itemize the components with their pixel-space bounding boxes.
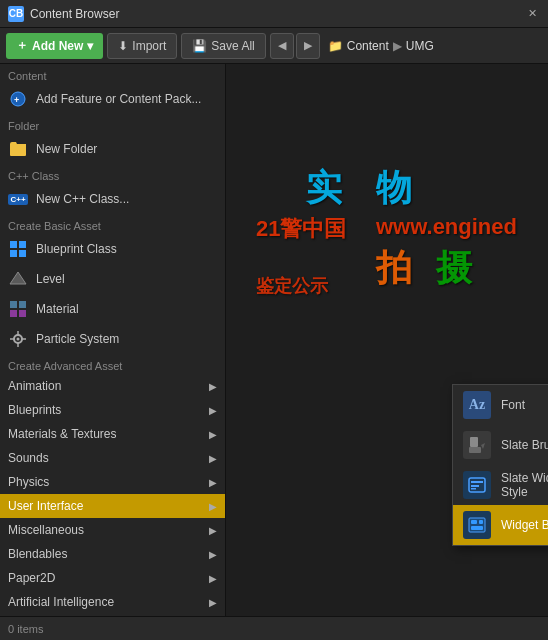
- ai-label: Artificial Intelligence: [8, 595, 114, 609]
- animation-label: Animation: [8, 379, 61, 393]
- menu-item-particle-system[interactable]: Particle System: [0, 324, 225, 354]
- import-button[interactable]: ⬇ Import: [107, 33, 177, 59]
- svg-rect-2: [10, 241, 17, 248]
- right-panel: 实 物 21警中国 www.engined 拍 摄 鉴定公示 Az Font: [226, 64, 548, 616]
- svg-rect-26: [479, 520, 483, 524]
- import-label: Import: [132, 39, 166, 53]
- dropdown-arrow-icon: ▾: [87, 39, 93, 53]
- blueprints-arrow-icon: ▶: [209, 405, 217, 416]
- new-cpp-label: New C++ Class...: [36, 192, 129, 206]
- close-button[interactable]: ✕: [524, 6, 540, 22]
- slate-brush-label: Slate Brush: [501, 438, 548, 452]
- submenu-item-font[interactable]: Az Font: [453, 385, 548, 425]
- paper2d-arrow-icon: ▶: [209, 573, 217, 584]
- materials-textures-label: Materials & Textures: [8, 427, 117, 441]
- menu-item-blueprints[interactable]: Blueprints ▶: [0, 398, 225, 422]
- slate-widget-style-label: Slate Widget Style: [501, 471, 548, 499]
- svg-marker-18: [481, 443, 485, 449]
- section-folder-label: Folder: [0, 114, 225, 134]
- add-feature-icon: +: [8, 89, 28, 109]
- menu-item-miscellaneous[interactable]: Miscellaneous ▶: [0, 518, 225, 542]
- ai-arrow-icon: ▶: [209, 597, 217, 608]
- sounds-arrow-icon: ▶: [209, 453, 217, 464]
- add-feature-label: Add Feature or Content Pack...: [36, 92, 201, 106]
- menu-item-artificial-intelligence[interactable]: Artificial Intelligence ▶: [0, 590, 225, 614]
- blueprint-class-label: Blueprint Class: [36, 242, 117, 256]
- material-label: Material: [36, 302, 79, 316]
- particle-icon: [8, 329, 28, 349]
- nav-arrows: ◀ ▶: [270, 33, 320, 59]
- menu-item-blendables[interactable]: Blendables ▶: [0, 542, 225, 566]
- widget-blueprint-icon: [463, 511, 491, 539]
- folder-breadcrumb-icon: 📁: [328, 39, 343, 53]
- menu-item-new-cpp[interactable]: C++ New C++ Class...: [0, 184, 225, 214]
- svg-point-12: [17, 338, 20, 341]
- cpp-icon: C++: [8, 189, 28, 209]
- breadcrumb: 📁 Content ▶ UMG: [328, 39, 434, 53]
- svg-rect-3: [19, 241, 26, 248]
- section-content-label: Content: [0, 64, 225, 84]
- miscellaneous-arrow-icon: ▶: [209, 525, 217, 536]
- save-all-button[interactable]: 💾 Save All: [181, 33, 265, 59]
- menu-item-materials-textures[interactable]: Materials & Textures ▶: [0, 422, 225, 446]
- svg-rect-5: [19, 250, 26, 257]
- save-all-label: Save All: [211, 39, 254, 53]
- section-basic-label: Create Basic Asset: [0, 214, 225, 234]
- status-bar: 0 items: [0, 616, 548, 640]
- slate-brush-icon: [463, 431, 491, 459]
- menu-item-animation[interactable]: Animation ▶: [0, 374, 225, 398]
- svg-rect-22: [471, 485, 479, 487]
- window-title: Content Browser: [30, 7, 119, 21]
- material-icon: [8, 299, 28, 319]
- submenu-item-slate-widget-style[interactable]: Slate Widget Style: [453, 465, 548, 505]
- add-new-button[interactable]: ＋ Add New ▾: [6, 33, 103, 59]
- submenu-item-slate-brush[interactable]: Slate Brush: [453, 425, 548, 465]
- toolbar: ＋ Add New ▾ ⬇ Import 💾 Save All ◀ ▶ 📁 Co…: [0, 28, 548, 64]
- submenu-panel: Az Font Slate Brush: [452, 384, 548, 546]
- svg-rect-10: [19, 310, 26, 317]
- physics-label: Physics: [8, 475, 49, 489]
- physics-arrow-icon: ▶: [209, 477, 217, 488]
- user-interface-label: User Interface: [8, 499, 83, 513]
- svg-rect-9: [10, 310, 17, 317]
- menu-item-new-folder[interactable]: New Folder: [0, 134, 225, 164]
- menu-item-physics[interactable]: Physics ▶: [0, 470, 225, 494]
- save-icon: 💾: [192, 39, 207, 53]
- breadcrumb-umg[interactable]: UMG: [406, 39, 434, 53]
- font-label: Font: [501, 398, 525, 412]
- svg-marker-6: [10, 272, 26, 284]
- paper2d-label: Paper2D: [8, 571, 55, 585]
- forward-button[interactable]: ▶: [296, 33, 320, 59]
- sounds-label: Sounds: [8, 451, 49, 465]
- level-label: Level: [36, 272, 65, 286]
- menu-item-user-interface[interactable]: User Interface ▶: [0, 494, 225, 518]
- blendables-arrow-icon: ▶: [209, 549, 217, 560]
- svg-rect-19: [470, 437, 478, 447]
- title-bar: CB Content Browser ✕: [0, 0, 548, 28]
- item-count: 0 items: [8, 623, 43, 635]
- main-area: Content + Add Feature or Content Pack...…: [0, 64, 548, 616]
- menu-item-add-feature[interactable]: + Add Feature or Content Pack...: [0, 84, 225, 114]
- plus-icon: ＋: [16, 37, 28, 54]
- add-new-label: Add New: [32, 39, 83, 53]
- miscellaneous-label: Miscellaneous: [8, 523, 84, 537]
- app-icon: CB: [8, 6, 24, 22]
- section-cpp-label: C++ Class: [0, 164, 225, 184]
- back-button[interactable]: ◀: [270, 33, 294, 59]
- menu-item-blueprint-class[interactable]: Blueprint Class: [0, 234, 225, 264]
- menu-item-paper2d[interactable]: Paper2D ▶: [0, 566, 225, 590]
- menu-item-sounds[interactable]: Sounds ▶: [0, 446, 225, 470]
- particle-system-label: Particle System: [36, 332, 119, 346]
- svg-rect-23: [471, 488, 476, 490]
- svg-rect-27: [471, 526, 483, 530]
- menu-item-level[interactable]: Level: [0, 264, 225, 294]
- svg-rect-21: [471, 481, 483, 483]
- submenu-item-widget-blueprint[interactable]: Widget Blueprint: [453, 505, 548, 545]
- watermark: 实 物 21警中国 www.engined 拍 摄 鉴定公示: [246, 164, 506, 364]
- breadcrumb-content[interactable]: Content: [347, 39, 389, 53]
- svg-rect-17: [469, 447, 481, 453]
- blendables-label: Blendables: [8, 547, 67, 561]
- svg-rect-4: [10, 250, 17, 257]
- menu-item-material[interactable]: Material: [0, 294, 225, 324]
- materials-textures-arrow-icon: ▶: [209, 429, 217, 440]
